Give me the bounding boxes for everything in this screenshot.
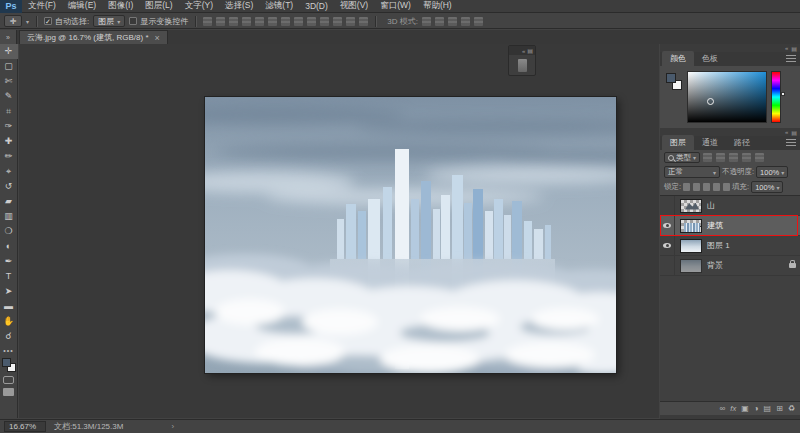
clone-source-icon[interactable] <box>518 59 527 72</box>
filter-kind-dropdown[interactable]: 类型 ▾ <box>664 152 700 163</box>
lock-artboard-icon[interactable] <box>713 183 720 191</box>
tab-paths[interactable]: 路径 <box>726 135 758 150</box>
visibility-toggle[interactable] <box>660 216 675 235</box>
layer-effects-icon[interactable]: fx <box>730 405 736 413</box>
rectangular-marquee-tool[interactable]: ▢ <box>0 59 18 74</box>
tab-layers[interactable]: 图层 <box>662 135 694 150</box>
tab-channels[interactable]: 通道 <box>694 135 726 150</box>
quick-mask-icon[interactable] <box>3 376 14 384</box>
layer-thumbnail[interactable] <box>680 199 702 213</box>
panel-menu-icon[interactable] <box>786 139 796 147</box>
align-top-edges-icon[interactable] <box>203 17 212 26</box>
align-left-edges-icon[interactable] <box>242 17 251 26</box>
saturation-brightness-field[interactable] <box>687 71 767 123</box>
align-bottom-edges-icon[interactable] <box>229 17 238 26</box>
dodge-tool[interactable]: ◐ <box>0 239 18 254</box>
distribute-right-icon[interactable] <box>346 17 355 26</box>
show-transform-checkbox[interactable]: 显示变换控件 <box>129 16 188 27</box>
hue-slider[interactable] <box>771 71 781 123</box>
lock-pixels-icon[interactable] <box>693 183 700 191</box>
eraser-tool[interactable]: ▰ <box>0 194 18 209</box>
lock-position-icon[interactable] <box>703 183 710 191</box>
panel-menu-icon[interactable] <box>786 55 796 63</box>
foreground-color-swatch[interactable] <box>666 73 676 83</box>
checkbox-unchecked-icon[interactable] <box>129 17 137 25</box>
opacity-input[interactable]: 100% ▾ <box>756 166 788 178</box>
distribute-top-icon[interactable] <box>281 17 290 26</box>
align-right-edges-icon[interactable] <box>268 17 277 26</box>
spot-healing-brush-tool[interactable]: ✚ <box>0 134 18 149</box>
gradient-tool[interactable]: ▥ <box>0 209 18 224</box>
foreground-background-swatches[interactable] <box>2 358 16 372</box>
pen-tool[interactable]: ✒ <box>0 254 18 269</box>
filter-pixel-layers-icon[interactable] <box>703 153 712 162</box>
shape-tool[interactable]: ▬ <box>0 299 18 314</box>
hue-slider-handle[interactable] <box>781 92 785 96</box>
lock-all-icon[interactable] <box>723 183 730 191</box>
lock-transparent-icon[interactable] <box>683 183 690 191</box>
auto-select-checkbox[interactable]: ✓ 自动选择: <box>44 16 89 27</box>
quick-selection-tool[interactable]: ✎ <box>0 89 18 104</box>
distribute-left-icon[interactable] <box>320 17 329 26</box>
layer-row[interactable]: 背景 <box>660 256 800 276</box>
eyedropper-tool[interactable]: ✑ <box>0 119 18 134</box>
menu-item[interactable]: 3D(D) <box>299 1 334 11</box>
tab-color[interactable]: 颜色 <box>662 51 694 66</box>
collapse-panels-icon[interactable]: « <box>785 129 788 135</box>
tab-swatches[interactable]: 色板 <box>694 51 726 66</box>
menu-item[interactable]: 图像(I) <box>102 0 139 12</box>
menu-item[interactable]: 帮助(H) <box>417 0 458 12</box>
menu-item[interactable]: 文字(Y) <box>179 0 219 12</box>
screen-mode-icon[interactable] <box>3 388 14 396</box>
menu-item[interactable]: 视图(V) <box>334 0 374 12</box>
auto-align-layers-icon[interactable] <box>359 17 368 26</box>
auto-select-dropdown[interactable]: 图层 ▾ <box>93 15 125 27</box>
checkbox-checked-icon[interactable]: ✓ <box>44 17 52 25</box>
layer-row[interactable]: 山 <box>660 196 800 216</box>
close-icon[interactable]: × <box>155 33 160 43</box>
3d-roll-icon[interactable] <box>435 17 444 26</box>
layer-mask-icon[interactable]: ▣ <box>741 405 749 413</box>
collapse-panel-icon[interactable]: « <box>522 48 525 54</box>
tool-preset-caret-icon[interactable]: ▾ <box>26 18 29 25</box>
filter-smart-objects-icon[interactable] <box>755 153 764 162</box>
history-brush-tool[interactable]: ↺ <box>0 179 18 194</box>
distribute-vertical-icon[interactable] <box>294 17 303 26</box>
visibility-toggle[interactable] <box>660 236 675 255</box>
layer-row[interactable]: 建筑 <box>660 216 800 236</box>
path-selection-tool[interactable]: ➤ <box>0 284 18 299</box>
link-layers-icon[interactable]: ∞ <box>720 405 726 413</box>
menu-item[interactable]: 图层(L) <box>139 0 178 12</box>
panel-options-icon[interactable]: ▤ <box>791 45 797 52</box>
distribute-horizontal-icon[interactable] <box>333 17 342 26</box>
blend-mode-dropdown[interactable]: 正常 ▾ <box>664 166 720 178</box>
brush-tool[interactable]: ✏ <box>0 149 18 164</box>
status-expand-icon[interactable]: › <box>171 422 174 431</box>
document-tab[interactable]: 云海.jpg @ 16.7% (建筑, RGB/8) * × <box>19 30 168 44</box>
lasso-tool[interactable]: ✄ <box>0 74 18 89</box>
new-layer-icon[interactable]: ⊞ <box>776 405 783 413</box>
move-tool[interactable]: ✛ <box>0 44 18 59</box>
delete-layer-icon[interactable]: ♻ <box>788 405 795 413</box>
fill-input[interactable]: 100% ▾ <box>751 181 783 193</box>
menu-item[interactable]: 文件(F) <box>22 0 62 12</box>
3d-slide-icon[interactable] <box>461 17 470 26</box>
clone-stamp-tool[interactable]: ⌖ <box>0 164 18 179</box>
toolbar-collapse-icon[interactable]: » <box>0 30 17 44</box>
zoom-level-field[interactable]: 16.67% <box>4 421 46 432</box>
current-tool-chip[interactable]: ✛ <box>4 15 22 27</box>
align-horizontal-centers-icon[interactable] <box>255 17 264 26</box>
visibility-toggle-off[interactable] <box>660 256 675 275</box>
distribute-bottom-icon[interactable] <box>307 17 316 26</box>
type-tool[interactable]: T <box>0 269 18 284</box>
menu-item[interactable]: 窗口(W) <box>374 0 417 12</box>
filter-shape-layers-icon[interactable] <box>742 153 751 162</box>
filter-adjustment-layers-icon[interactable] <box>716 153 725 162</box>
adjustment-layer-icon[interactable]: ◑ <box>754 405 759 413</box>
blur-tool[interactable]: ❍ <box>0 224 18 239</box>
layer-thumbnail[interactable] <box>680 219 702 233</box>
layer-group-icon[interactable]: ▤ <box>764 405 772 413</box>
edit-toolbar-icon[interactable]: ••• <box>3 347 13 354</box>
3d-drag-icon[interactable] <box>448 17 457 26</box>
align-vertical-centers-icon[interactable] <box>216 17 225 26</box>
